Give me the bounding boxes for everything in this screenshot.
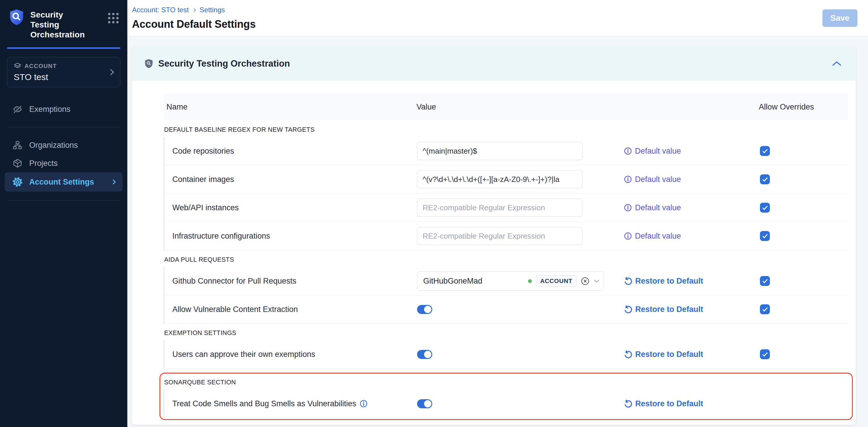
checkmark-icon [762,233,768,238]
container-images-input[interactable] [417,170,582,188]
shield-icon [144,59,153,69]
connector-status-dot [528,279,532,283]
default-value-label: Default value [635,147,681,156]
users-can-approve-their-own-exemptions-toggle[interactable] [417,350,432,359]
row-value-cell [417,305,624,314]
row-label-text: Code repositories [172,147,234,156]
collapse-chevron-up-icon[interactable] [832,60,842,67]
row-label: Infrastructure configurations [164,232,417,241]
info-icon [624,232,632,240]
clear-icon[interactable] [581,277,590,286]
settings-row: Container imagesDefault value [164,165,848,194]
default-value-chip[interactable]: Default value [624,147,681,156]
override-checkbox[interactable] [760,276,770,286]
row-label: Treat Code Smells and Bug Smells as Vuln… [164,399,417,408]
override-checkbox[interactable] [760,146,770,156]
gear-icon [12,177,23,187]
default-value-chip[interactable]: Default value [624,203,681,212]
allow-vulnerable-content-extraction-toggle[interactable] [417,305,432,314]
override-checkbox[interactable] [760,304,770,314]
sidebar-item-projects[interactable]: Projects [0,154,127,172]
settings-section-highlighted: SONARQUBE SECTIONTreat Code Smells and B… [159,373,853,420]
row-value-cell [417,142,624,160]
sidebar-item-label: Exemptions [29,105,70,114]
default-value-chip[interactable]: Default value [624,175,681,184]
row-override-cell [760,203,848,213]
web-api-instances-input[interactable] [417,199,582,217]
sidebar-item-exemptions[interactable]: Exemptions [0,100,127,118]
row-label-text: Github Connector for Pull Requests [172,277,297,286]
card-title: Security Testing Orchestration [158,58,290,69]
row-action-cell: Default value [624,203,760,212]
account-name: STO test [14,72,114,82]
connector-name: GitHubGoneMad [423,277,524,286]
treat-code-smells-and-bug-smells-as-vulnerabilities-toggle[interactable] [417,399,432,408]
row-override-cell [760,349,848,359]
row-value-cell [417,199,624,217]
override-checkbox[interactable] [760,231,770,241]
settings-row: Users can approve their own exemptionsRe… [164,340,848,369]
column-header-value: Value [416,102,623,112]
cube-icon [12,158,23,169]
default-value-label: Default value [635,203,681,212]
row-action-cell: Default value [624,232,760,241]
row-value-cell [417,350,624,359]
settings-section: EXEMPTION SETTINGSUsers can approve thei… [163,324,848,369]
default-value-chip[interactable]: Default value [624,232,681,241]
restore-to-default-link[interactable]: Restore to Default [624,399,703,408]
restore-to-default-link[interactable]: Restore to Default [624,277,703,286]
checkmark-icon [762,148,768,153]
settings-section: DEFAULT BASELINE REGEX FOR NEW TARGETSCo… [163,120,848,250]
app-title: Security Testing Orchestration [30,9,92,40]
restore-to-default-link[interactable]: Restore to Default [624,305,703,314]
section-label: AIDA PULL REQUESTS [163,250,848,267]
row-label: Users can approve their own exemptions [164,350,417,359]
row-label: Allow Vulnerable Content Extraction [164,305,417,314]
connector-select[interactable]: GitHubGoneMadACCOUNT [417,271,604,291]
breadcrumb-link-account[interactable]: Account: STO test [132,6,189,14]
row-override-cell [760,231,848,241]
card-header: Security Testing Orchestration [132,47,856,81]
info-icon[interactable] [360,400,368,408]
override-checkbox[interactable] [760,174,770,184]
section-rows: Github Connector for Pull RequestsGitHub… [163,267,848,324]
app-window: Security Testing Orchestration ACCOUNT S… [0,0,868,427]
row-action-cell: Restore to Default [624,305,760,314]
restore-to-default-link[interactable]: Restore to Default [624,350,703,359]
page-title: Account Default Settings [132,18,868,30]
module-grid-icon[interactable] [108,13,119,23]
page-content: Security Testing Orchestration Name Valu… [127,36,868,427]
save-button[interactable]: Save [823,9,858,27]
sidebar-item-account-settings[interactable]: Account Settings [5,172,123,192]
row-label: Github Connector for Pull Requests [164,277,417,286]
section-rows: Treat Code Smells and Bug Smells as Vuln… [163,390,848,418]
eye-off-icon [12,104,23,115]
column-header-name: Name [163,102,416,112]
restore-label: Restore to Default [635,277,703,286]
default-value-label: Default value [635,232,681,241]
toggle-knob [424,400,431,407]
column-header-allow-overrides: Allow Overrides [759,102,848,112]
connector-scope-tag: ACCOUNT [536,275,577,287]
infrastructure-configurations-input[interactable] [417,227,582,245]
row-label-text: Container images [172,175,234,184]
chevron-down-icon[interactable] [594,279,599,283]
section-label: DEFAULT BASELINE REGEX FOR NEW TARGETS [163,120,848,137]
sidebar-item-organizations[interactable]: Organizations [0,136,127,154]
sidebar-item-label: Projects [29,159,58,168]
code-repositories-input[interactable] [417,142,582,160]
sidebar-item-label: Account Settings [29,178,94,187]
row-value-cell: GitHubGoneMadACCOUNT [417,271,624,291]
chevron-right-icon [111,180,116,185]
account-scope-selector[interactable]: ACCOUNT STO test [7,57,120,87]
settings-row: Allow Vulnerable Content ExtractionResto… [164,295,848,324]
override-checkbox[interactable] [760,203,770,213]
row-label: Web/API instances [164,203,417,212]
layers-icon [14,62,21,70]
restore-icon [624,400,632,408]
checkmark-icon [762,306,768,312]
row-label: Code repositories [164,147,417,156]
breadcrumb-link-settings[interactable]: Settings [199,6,225,14]
override-checkbox[interactable] [760,349,770,359]
row-label: Container images [164,175,417,184]
